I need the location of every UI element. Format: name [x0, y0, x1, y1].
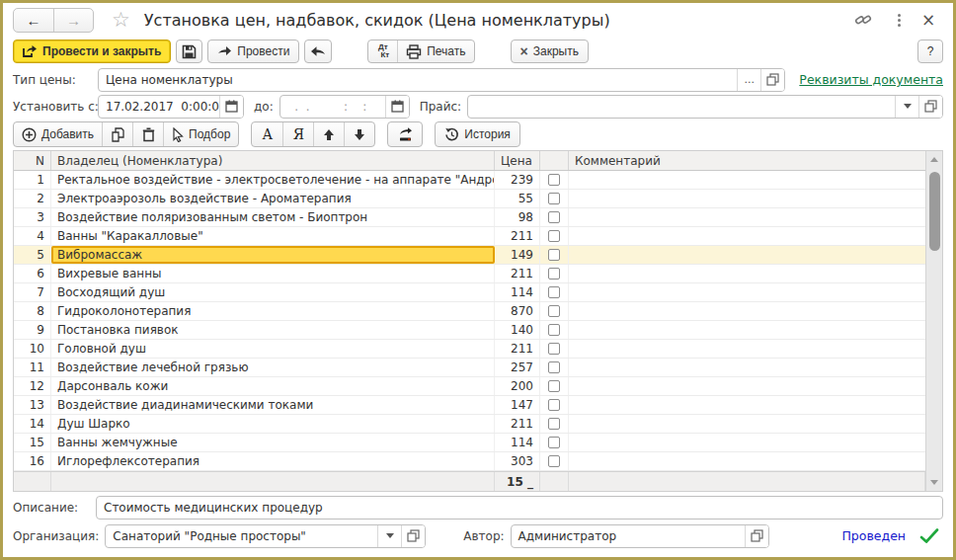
owner-cell[interactable]: Гидроколонотерапия	[51, 302, 495, 320]
favorite-star-icon[interactable]: ☆	[112, 8, 130, 32]
checkbox-cell[interactable]	[540, 377, 569, 395]
organization-value[interactable]: Санаторий "Родные просторы"	[106, 529, 377, 543]
row-checkbox[interactable]	[548, 230, 560, 242]
table-row[interactable]: 8 Гидроколонотерапия 870	[14, 302, 942, 321]
table-row[interactable]: 15 Ванны жемчужные 114	[14, 434, 942, 452]
comment-cell[interactable]	[569, 359, 925, 376]
price-cell[interactable]: 211	[495, 340, 540, 358]
load-prices-button[interactable]	[387, 121, 423, 147]
col-header-owner[interactable]: Владелец (Номенклатура)	[51, 151, 495, 170]
table-row[interactable]: 6 Вихревые ванны 211	[14, 265, 942, 283]
row-checkbox[interactable]	[548, 437, 560, 448]
checkbox-cell[interactable]	[540, 246, 569, 264]
row-checkbox[interactable]	[548, 174, 560, 186]
set-from-calendar-icon[interactable]	[219, 96, 243, 118]
col-header-comment[interactable]: Комментарий	[569, 151, 925, 170]
price-cell[interactable]: 303	[495, 452, 540, 470]
row-checkbox[interactable]	[548, 249, 560, 261]
owner-cell[interactable]: Ректальное воздействие - электросветолеч…	[51, 171, 495, 189]
price-list-dropdown-icon[interactable]	[895, 96, 918, 118]
checkbox-cell[interactable]	[540, 171, 569, 189]
row-checkbox[interactable]	[548, 305, 560, 317]
sort-desc-button[interactable]: Я	[282, 122, 313, 146]
table-row[interactable]: 11 Воздействие лечебной грязью 257	[14, 359, 942, 377]
owner-cell[interactable]: Дарсонваль кожи	[51, 377, 495, 395]
table-row[interactable]: 9 Постановка пиявок 140	[14, 321, 942, 340]
price-cell[interactable]: 98	[495, 208, 540, 226]
scroll-down-icon[interactable]	[926, 474, 942, 491]
price-cell[interactable]: 200	[495, 377, 540, 395]
row-checkbox[interactable]	[548, 193, 560, 204]
row-checkbox[interactable]	[548, 343, 560, 355]
comment-cell[interactable]	[569, 340, 925, 358]
owner-cell[interactable]: Душ Шарко	[51, 415, 495, 433]
copy-button[interactable]	[102, 122, 132, 146]
sort-asc-button[interactable]: А	[252, 122, 282, 146]
history-button[interactable]: История	[435, 121, 520, 147]
price-type-value[interactable]: Цена номенклатуры	[99, 73, 737, 87]
close-button[interactable]: × Закрыть	[511, 40, 589, 63]
row-checkbox[interactable]	[548, 418, 560, 430]
scroll-thumb[interactable]	[929, 172, 940, 251]
back-button[interactable]: ←	[14, 9, 53, 32]
checkbox-cell[interactable]	[540, 396, 569, 414]
price-cell[interactable]: 55	[495, 190, 540, 207]
scroll-track[interactable]	[926, 168, 942, 474]
organization-open-icon[interactable]	[401, 525, 425, 547]
comment-cell[interactable]	[569, 377, 925, 395]
table-row[interactable]: 1 Ректальное воздействие - электросветол…	[14, 171, 942, 190]
dtkt-button[interactable]: ДтКт	[368, 40, 397, 62]
comment-cell[interactable]	[569, 415, 925, 433]
checkbox-cell[interactable]	[540, 321, 569, 339]
table-row[interactable]: 4 Ванны "Каракалловые" 211	[14, 227, 942, 246]
price-cell[interactable]: 257	[495, 359, 540, 376]
price-cell[interactable]: 870	[495, 302, 540, 320]
row-checkbox[interactable]	[548, 399, 560, 411]
description-field[interactable]: Стоимость медицинских процедур	[96, 496, 943, 520]
owner-cell[interactable]: Вихревые ванны	[51, 265, 495, 282]
price-list-open-icon[interactable]	[918, 96, 942, 118]
vertical-scrollbar[interactable]	[925, 151, 942, 491]
organization-field[interactable]: Санаторий "Родные просторы"	[105, 524, 426, 548]
comment-cell[interactable]	[569, 452, 925, 470]
comment-cell[interactable]	[569, 302, 925, 320]
add-button[interactable]: Добавить	[14, 122, 102, 146]
scroll-up-icon[interactable]	[926, 151, 942, 168]
price-cell[interactable]: 140	[495, 321, 540, 339]
author-field[interactable]: Администратор	[511, 524, 769, 548]
price-cell[interactable]: 147	[495, 396, 540, 414]
price-cell[interactable]: 114	[495, 283, 540, 301]
price-cell[interactable]: 149	[495, 246, 540, 264]
comment-cell[interactable]	[569, 265, 925, 282]
move-down-button[interactable]	[344, 122, 374, 146]
owner-cell[interactable]: Ванны "Каракалловые"	[51, 227, 495, 245]
close-window-icon[interactable]: ×	[914, 10, 943, 30]
comment-cell[interactable]	[569, 396, 925, 414]
owner-cell[interactable]: Иглорефлексотерапия	[51, 452, 495, 470]
owner-cell[interactable]: Воздействие лечебной грязью	[51, 359, 495, 376]
price-cell[interactable]: 211	[495, 227, 540, 245]
price-cell[interactable]: 114	[495, 434, 540, 451]
to-field[interactable]: . . : :	[279, 95, 410, 119]
owner-cell[interactable]: Головной душ	[51, 340, 495, 358]
owner-cell[interactable]: Вибромассаж	[51, 246, 495, 264]
row-checkbox[interactable]	[548, 211, 560, 223]
more-menu-icon[interactable]	[884, 12, 914, 29]
comment-cell[interactable]	[569, 246, 925, 264]
comment-cell[interactable]	[569, 283, 925, 301]
link-icon[interactable]	[854, 11, 884, 29]
checkbox-cell[interactable]	[540, 302, 569, 320]
print-button[interactable]: Печать	[397, 40, 473, 62]
comment-cell[interactable]	[569, 171, 925, 189]
checkbox-cell[interactable]	[540, 208, 569, 226]
document-details-link[interactable]: Реквизиты документа	[799, 72, 943, 87]
forward-button[interactable]: →	[53, 9, 93, 32]
organization-dropdown-icon[interactable]	[377, 525, 401, 547]
checkbox-cell[interactable]	[540, 227, 569, 245]
checkbox-cell[interactable]	[540, 265, 569, 282]
row-checkbox[interactable]	[548, 380, 560, 392]
pick-button[interactable]: Подбор	[163, 122, 238, 146]
table-row[interactable]: 10 Головной душ 211	[14, 340, 942, 359]
price-cell[interactable]: 211	[495, 415, 540, 433]
checkbox-cell[interactable]	[540, 340, 569, 358]
